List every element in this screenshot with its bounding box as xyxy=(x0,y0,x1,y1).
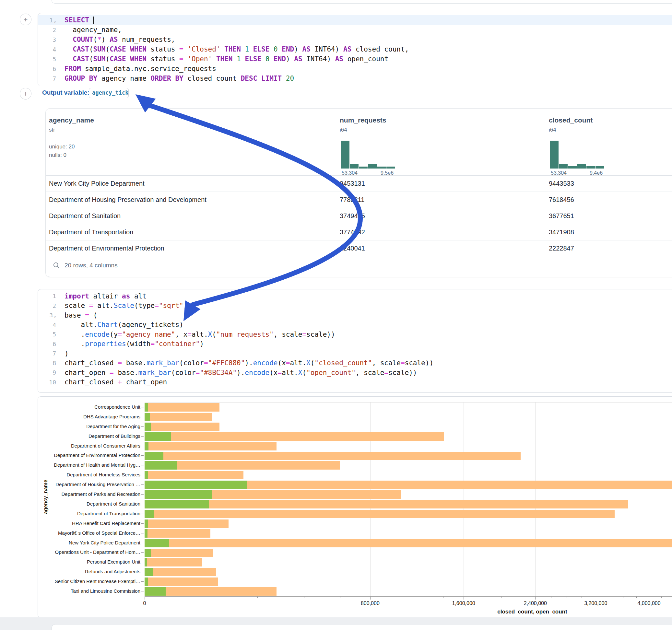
sql-code-cell[interactable]: 1⌄SELECT 2 agency_name,3 COUNT(*) AS num… xyxy=(38,13,672,86)
y-axis-label: Department of Sanitation xyxy=(43,501,140,507)
table-row[interactable]: Department of Housing Preservation and D… xyxy=(46,192,672,208)
code-line-4[interactable]: 4 CAST(SUM(CASE WHEN status = 'Closed' T… xyxy=(38,44,672,54)
code-line-7[interactable]: 7GROUP BY agency_name ORDER BY closed_co… xyxy=(38,74,672,83)
code-line-6[interactable]: 6 .properties(width="container") xyxy=(38,339,672,349)
x-axis-major-tick xyxy=(370,597,370,600)
code-line-6[interactable]: 6FROM sample_data.nyc.service_requests xyxy=(38,64,672,74)
code-line-5[interactable]: 5 CAST(SUM(CASE WHEN status = 'Open' THE… xyxy=(38,54,672,64)
gridline xyxy=(463,403,464,596)
histogram-bar xyxy=(386,167,395,169)
gridline xyxy=(370,403,370,596)
table-rows: New York City Police Department945313194… xyxy=(46,175,672,256)
table-footer: 20 rows, 4 columns xyxy=(46,255,672,277)
cell-closed-count: 3677651 xyxy=(549,208,574,224)
x-axis-minor-tick xyxy=(483,597,483,598)
cell-agency-name: Department of Housing Preservation and D… xyxy=(49,192,207,208)
python-code-editor[interactable]: 1import altair as alt2scale = alt.Scale(… xyxy=(38,289,672,387)
collapse-chevron-icon[interactable]: ⌄ xyxy=(53,313,56,318)
collapse-chevron-icon[interactable]: ⌄ xyxy=(53,19,56,23)
bar-closed-count xyxy=(145,578,218,586)
y-axis-label: Department of Homeless Services xyxy=(43,472,140,477)
bar-open-count xyxy=(145,539,169,547)
y-axis-tick xyxy=(141,465,144,465)
table-row[interactable]: New York City Police Department945313194… xyxy=(46,175,672,192)
histogram-bar xyxy=(341,141,350,169)
code-line-4[interactable]: 4 alt.Chart(agency_tickets) xyxy=(38,320,672,330)
gridline xyxy=(596,403,596,596)
column-header-num-requests[interactable]: num_requests xyxy=(340,116,386,124)
code-line-10[interactable]: 10chart_closed + chart_open xyxy=(38,378,672,387)
x-axis-minor-tick xyxy=(623,597,623,598)
python-code-cell[interactable]: 1import altair as alt2scale = alt.Scale(… xyxy=(38,289,672,393)
line-number: 4 xyxy=(38,321,59,328)
table-row[interactable]: Department of Environmental Protection22… xyxy=(46,240,672,256)
column-meta-unique: unique: 20 xyxy=(49,144,75,150)
code-line-2[interactable]: 2scale = alt.Scale(type="sqrt") xyxy=(38,301,672,311)
bar-closed-count xyxy=(145,432,444,441)
line-number: 6 xyxy=(38,341,59,347)
text-cursor xyxy=(93,17,94,24)
x-axis-minor-tick xyxy=(421,597,421,598)
histogram-bar xyxy=(586,166,595,169)
histogram-bar xyxy=(350,164,359,169)
y-axis-tick xyxy=(141,446,144,446)
bar-open-count xyxy=(145,578,148,586)
sql-code-editor[interactable]: 1⌄SELECT 2 agency_name,3 COUNT(*) AS num… xyxy=(38,13,672,83)
x-axis-minor-tick xyxy=(501,597,502,598)
bar-closed-count xyxy=(145,519,229,528)
histogram-bar xyxy=(377,167,386,169)
line-number: 2 xyxy=(38,302,59,309)
column-header-closed-count[interactable]: closed_count xyxy=(549,116,593,124)
line-number: 7 xyxy=(38,75,59,82)
x-axis-major-tick xyxy=(463,597,464,600)
histogram-bar xyxy=(577,164,586,169)
code-line-9[interactable]: 9chart_open = base.mark_bar(color="#8BC3… xyxy=(38,368,672,378)
y-axis-tick xyxy=(141,533,144,533)
column-meta-nulls: nulls: 0 xyxy=(49,152,67,159)
y-axis-tick xyxy=(141,543,144,543)
bar-closed-count xyxy=(145,529,210,538)
y-axis-label: Department of Transportation xyxy=(43,511,140,516)
bar-open-count xyxy=(145,422,151,431)
code-line-3[interactable]: 3⌄base = ( xyxy=(38,311,672,320)
bar-open-count xyxy=(145,568,153,576)
code-line-1[interactable]: 1import altair as alt xyxy=(38,291,672,301)
y-axis-label: Personal Exemption Unit xyxy=(43,559,140,564)
output-variable-pill[interactable]: agency_tickets xyxy=(89,88,129,98)
histogram-bar xyxy=(368,164,377,169)
add-cell-button-top[interactable]: + xyxy=(20,14,31,25)
column-type-agency-name: str xyxy=(49,127,55,133)
line-number: 3⌄ xyxy=(38,312,59,319)
code-line-3[interactable]: 3 COUNT(*) AS num_requests, xyxy=(38,35,672,44)
y-axis-tick xyxy=(141,591,144,591)
bar-open-count xyxy=(145,471,148,479)
code-line-2[interactable]: 2 agency_name, xyxy=(38,25,672,35)
y-axis-tick xyxy=(141,455,144,456)
y-axis-label: New York City Police Department xyxy=(43,540,140,546)
column-header-agency-name[interactable]: agency_name xyxy=(49,116,94,124)
code-line-5[interactable]: 5 .encode(y="agency_name", x=alt.X("num_… xyxy=(38,330,672,339)
y-axis-tick xyxy=(141,562,144,562)
table-row[interactable]: Department of Sanitation37494853677651 xyxy=(46,208,672,224)
bar-closed-count xyxy=(145,442,277,451)
y-axis-tick xyxy=(141,494,144,494)
table-row[interactable]: Department of Transportation377489234719… xyxy=(46,224,672,240)
bar-open-count xyxy=(145,481,247,489)
code-line-1[interactable]: 1⌄SELECT xyxy=(38,15,672,25)
bar-closed-count xyxy=(145,413,212,421)
bar-closed-count xyxy=(145,568,216,576)
y-axis-tick xyxy=(141,514,144,514)
chart-plot-area xyxy=(145,402,672,596)
search-icon[interactable] xyxy=(53,262,60,269)
code-line-8[interactable]: 8chart_closed = base.mark_bar(color="#FF… xyxy=(38,358,672,368)
y-axis-tick xyxy=(141,407,144,407)
bar-closed-count xyxy=(145,500,628,508)
cell-num-requests: 2240041 xyxy=(340,240,365,256)
code-line-7[interactable]: 7) xyxy=(38,349,672,358)
x-axis-minor-tick xyxy=(519,597,519,598)
cell-num-requests: 3749485 xyxy=(340,208,365,224)
x-axis-major-tick xyxy=(649,597,649,600)
column-type-num-requests: i64 xyxy=(340,127,347,133)
bar-closed-count xyxy=(145,422,219,431)
add-cell-button-middle[interactable]: + xyxy=(20,88,31,99)
